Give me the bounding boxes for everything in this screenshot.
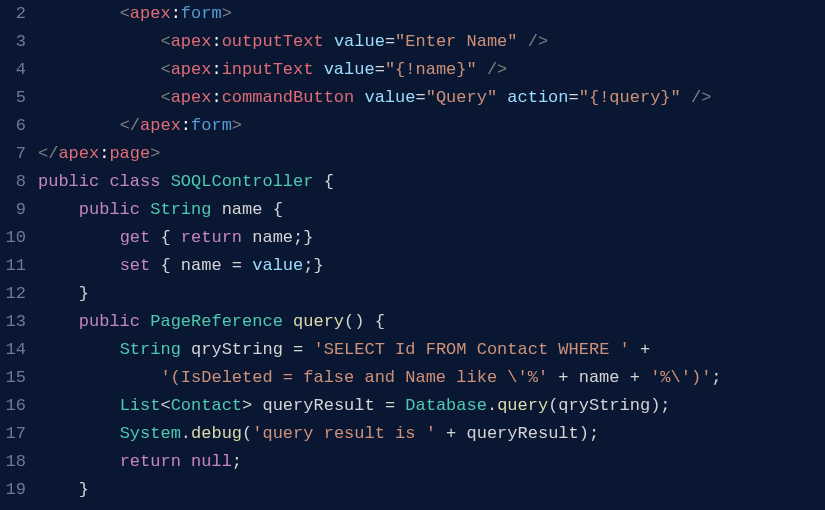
line-number: 9 [0, 196, 26, 224]
line-number: 3 [0, 28, 26, 56]
code-line: '(IsDeleted = false and Name like \'%' +… [38, 364, 825, 392]
line-number: 12 [0, 280, 26, 308]
code-line: <apex:outputText value="Enter Name" /> [38, 28, 825, 56]
line-number: 10 [0, 224, 26, 252]
line-number: 15 [0, 364, 26, 392]
line-number: 13 [0, 308, 26, 336]
code-line: </apex:form> [38, 112, 825, 140]
line-number: 17 [0, 420, 26, 448]
line-number: 8 [0, 168, 26, 196]
line-number: 11 [0, 252, 26, 280]
line-number: 19 [0, 476, 26, 504]
line-number: 5 [0, 84, 26, 112]
code-editor-area[interactable]: <apex:form> <apex:outputText value="Ente… [38, 0, 825, 510]
code-line: public String name { [38, 196, 825, 224]
code-line: return null; [38, 448, 825, 476]
line-number: 16 [0, 392, 26, 420]
code-line: List<Contact> queryResult = Database.que… [38, 392, 825, 420]
code-line: <apex:inputText value="{!name}" /> [38, 56, 825, 84]
line-number-gutter: 2 3 4 5 6 7 8 9 10 11 12 13 14 15 16 17 … [0, 0, 38, 510]
code-line: public class SOQLController { [38, 168, 825, 196]
code-line: System.debug('query result is ' + queryR… [38, 420, 825, 448]
code-line: </apex:page> [38, 140, 825, 168]
line-number: 14 [0, 336, 26, 364]
code-line: set { name = value;} [38, 252, 825, 280]
line-number: 7 [0, 140, 26, 168]
code-line: } [38, 280, 825, 308]
line-number: 2 [0, 0, 26, 28]
line-number: 18 [0, 448, 26, 476]
line-number: 6 [0, 112, 26, 140]
code-line: <apex:form> [38, 0, 825, 28]
code-line: <apex:commandButton value="Query" action… [38, 84, 825, 112]
code-line: get { return name;} [38, 224, 825, 252]
code-line: public PageReference query() { [38, 308, 825, 336]
code-line: } [38, 476, 825, 504]
line-number: 4 [0, 56, 26, 84]
code-line: String qryString = 'SELECT Id FROM Conta… [38, 336, 825, 364]
